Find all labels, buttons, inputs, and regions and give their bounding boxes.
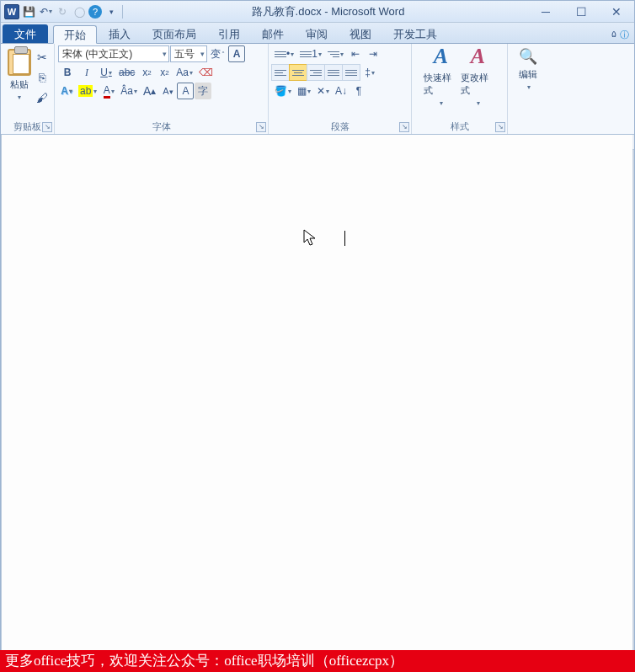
asian-layout-icon[interactable]: ✕▾ xyxy=(314,83,332,99)
font-name-select[interactable]: 宋体 (中文正文) xyxy=(58,45,169,62)
character-border-icon[interactable]: A xyxy=(177,83,194,99)
group-paragraph: •▾ 1▾ ▾ ⇤ ⇥ ‡▾ 🪣▾ ▦▾ ✕▾ A↓ xyxy=(269,44,412,134)
quick-styles-icon: A xyxy=(434,44,448,69)
decrease-indent-icon[interactable]: ⇤ xyxy=(347,45,364,62)
grow-font-icon[interactable]: 变˄ xyxy=(208,45,227,62)
clear-formatting-icon[interactable]: ⌫ xyxy=(196,64,216,81)
save-icon[interactable]: 💾 xyxy=(21,4,36,19)
strikethrough-button[interactable]: abc xyxy=(116,64,137,81)
find-button[interactable]: 🔍 编辑 ▾ xyxy=(511,45,545,93)
shading-icon[interactable]: 🪣▾ xyxy=(272,83,294,99)
alignment-buttons xyxy=(272,64,360,81)
document-area xyxy=(1,135,634,651)
align-justify-icon[interactable] xyxy=(324,64,343,81)
show-marks-icon[interactable]: ¶ xyxy=(350,83,367,99)
grow-font-alt-icon[interactable]: A▴ xyxy=(141,83,158,99)
increase-indent-icon[interactable]: ⇥ xyxy=(365,45,382,62)
line-spacing-icon[interactable]: ‡▾ xyxy=(361,64,378,81)
numbering-icon[interactable]: 1▾ xyxy=(297,45,324,62)
change-styles-icon: A xyxy=(471,44,485,69)
change-styles-label: 更改样式 xyxy=(461,72,496,97)
help-button-icon[interactable]: ⓘ xyxy=(620,29,629,41)
styles-launcher-icon[interactable]: ↘ xyxy=(495,122,505,132)
character-shading-icon[interactable]: 字 xyxy=(195,83,211,99)
clipboard-icon xyxy=(8,49,31,76)
tabbar-right: ۵ ⓘ xyxy=(611,29,634,43)
tab-references[interactable]: 引用 xyxy=(208,24,250,43)
highlight-color-icon[interactable]: ab▾ xyxy=(76,83,99,99)
minimize-button[interactable]: ─ xyxy=(528,1,563,23)
font-launcher-icon[interactable]: ↘ xyxy=(256,122,266,132)
change-styles-button[interactable]: A 更改样式 ▾ xyxy=(460,45,497,104)
shrink-font-alt-icon[interactable]: A▾ xyxy=(159,83,176,99)
group-label-font: 字体 xyxy=(58,120,264,134)
chevron-down-icon: ▾ xyxy=(440,99,443,107)
quick-styles-label: 快速样式 xyxy=(424,72,459,97)
clipboard-launcher-icon[interactable]: ↘ xyxy=(42,122,52,132)
chevron-down-icon: ▾ xyxy=(18,93,21,101)
minimize-ribbon-icon[interactable]: ۵ xyxy=(611,29,616,41)
group-editing: 🔍 编辑 ▾ xyxy=(508,44,548,134)
undo-icon[interactable]: ↶▾ xyxy=(38,4,53,19)
ribbon-tab-bar: 文件 开始 插入 页面布局 引用 邮件 审阅 视图 开发工具 ۵ ⓘ xyxy=(1,23,634,44)
tab-developer[interactable]: 开发工具 xyxy=(383,24,447,43)
shrink-font-icon[interactable]: A xyxy=(228,45,245,62)
window-title: 路凡教育.docx - Microsoft Word xyxy=(128,4,528,19)
italic-button[interactable]: I xyxy=(77,64,96,81)
bullets-icon[interactable]: •▾ xyxy=(272,45,296,62)
close-button[interactable]: ✕ xyxy=(599,1,634,23)
chevron-down-icon: ▾ xyxy=(527,83,531,91)
editing-label: 编辑 xyxy=(519,68,537,81)
font-name-value: 宋体 (中文正文) xyxy=(62,47,132,61)
font-color-icon[interactable]: A▾ xyxy=(100,83,117,99)
group-label-paragraph: 段落 xyxy=(272,120,408,134)
qat-separator xyxy=(122,5,123,19)
paragraph-launcher-icon[interactable]: ↘ xyxy=(399,122,409,132)
align-right-icon[interactable] xyxy=(307,64,325,81)
quick-access-toolbar: W 💾 ↶▾ ↻ ◯ ? ▾ xyxy=(1,4,128,19)
superscript-button[interactable]: x2 xyxy=(156,64,173,81)
subscript-button[interactable]: x2 xyxy=(138,64,155,81)
tab-mailings[interactable]: 邮件 xyxy=(252,24,294,43)
paste-label: 粘贴 xyxy=(10,78,29,91)
tab-home[interactable]: 开始 xyxy=(53,25,97,44)
multilevel-list-icon[interactable]: ▾ xyxy=(325,45,346,62)
tab-layout[interactable]: 页面布局 xyxy=(142,24,206,43)
mouse-cursor-icon xyxy=(303,229,318,252)
tab-view[interactable]: 视图 xyxy=(339,24,382,43)
group-clipboard: 粘贴 ▾ ✂ ⎘ 🖌 剪贴板 ↘ xyxy=(1,44,55,134)
binoculars-icon: 🔍 xyxy=(519,47,537,66)
ribbon: 粘贴 ▾ ✂ ⎘ 🖌 剪贴板 ↘ 宋体 (中文正文) 五号 变˄ A B I U… xyxy=(1,44,634,135)
align-left-icon[interactable] xyxy=(271,64,290,81)
title-bar: W 💾 ↶▾ ↻ ◯ ? ▾ 路凡教育.docx - Microsoft Wor… xyxy=(1,1,634,23)
align-center-icon[interactable] xyxy=(289,64,307,81)
font-size-select[interactable]: 五号 xyxy=(170,45,207,62)
paste-button[interactable]: 粘贴 ▾ xyxy=(4,45,34,104)
sort-icon[interactable]: A↓ xyxy=(333,83,350,99)
borders-icon[interactable]: ▦▾ xyxy=(295,83,313,99)
document-page[interactable] xyxy=(1,135,632,651)
underline-button[interactable]: U▾ xyxy=(97,64,115,81)
text-effects-icon[interactable]: A▾ xyxy=(58,83,75,99)
font-size-value: 五号 xyxy=(174,47,195,61)
repeat-icon[interactable]: ◯ xyxy=(72,4,87,19)
qat-customize-icon[interactable]: ▾ xyxy=(104,4,119,19)
bold-button[interactable]: B xyxy=(58,64,77,81)
copy-icon[interactable]: ⎘ xyxy=(34,69,51,86)
phonetic-guide-icon[interactable]: Âa▾ xyxy=(118,83,140,99)
help-icon[interactable]: ? xyxy=(88,5,102,19)
group-font: 宋体 (中文正文) 五号 变˄ A B I U▾ abc x2 x2 Aa▾ ⌫… xyxy=(55,44,269,134)
tab-review[interactable]: 审阅 xyxy=(296,24,338,43)
cut-icon[interactable]: ✂ xyxy=(34,49,51,66)
change-case-button[interactable]: Aa▾ xyxy=(173,64,195,81)
word-app-icon[interactable]: W xyxy=(4,4,19,19)
group-label-styles: 样式 xyxy=(415,120,504,134)
maximize-button[interactable]: ☐ xyxy=(563,1,599,23)
format-painter-icon[interactable]: 🖌 xyxy=(34,89,51,106)
align-distribute-icon[interactable] xyxy=(342,64,360,81)
group-label-editing xyxy=(511,120,545,134)
redo-icon[interactable]: ↻ xyxy=(55,4,70,19)
tab-insert[interactable]: 插入 xyxy=(99,24,141,43)
tab-file[interactable]: 文件 xyxy=(3,24,48,43)
quick-styles-button[interactable]: A 快速样式 ▾ xyxy=(423,45,460,104)
